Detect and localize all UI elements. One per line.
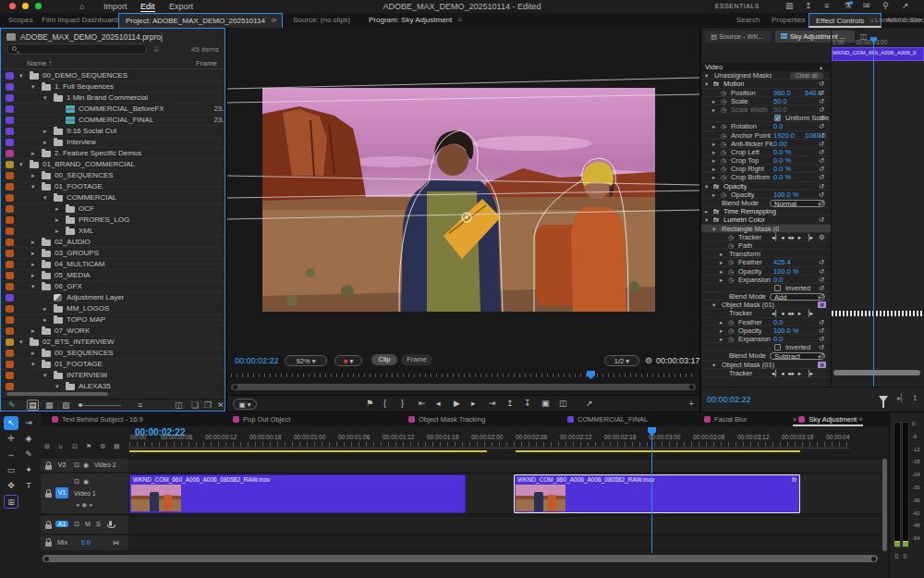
track-a1-header[interactable]: A1 ⊡ M S xyxy=(41,516,128,535)
twirl-icon[interactable]: ▸ xyxy=(712,173,715,181)
reset-icon[interactable]: ↺ xyxy=(819,97,824,105)
lock-icon[interactable] xyxy=(45,524,52,529)
tree-item[interactable]: ▸02_AUDIO xyxy=(1,237,225,248)
track-output-eye-icon[interactable]: ◉ xyxy=(83,478,89,486)
add-marker-icon[interactable]: ⚑ xyxy=(86,443,91,450)
twirl-icon[interactable]: ▸ xyxy=(712,105,715,114)
property-value[interactable]: 0.0 xyxy=(773,335,783,343)
clip-mode-button[interactable]: Clip xyxy=(371,354,397,365)
blend-mode-select[interactable]: Normal▾ xyxy=(770,200,825,207)
timeline-vscrollbar[interactable] xyxy=(882,459,887,551)
track-mix-header[interactable]: Mix 0.0 ⋈ xyxy=(41,535,128,551)
mini-tl-clip[interactable]: WKND_COM_660_A006_A006_0 xyxy=(832,47,924,61)
lock-icon[interactable] xyxy=(45,542,52,547)
label-color-chip[interactable] xyxy=(6,172,14,179)
twirl-icon[interactable]: ▸ xyxy=(712,122,715,130)
stopwatch-icon[interactable]: ◷ xyxy=(728,267,734,276)
reset-icon[interactable]: ↺ xyxy=(819,326,824,335)
label-color-chip[interactable] xyxy=(6,105,14,113)
tree-item[interactable]: ▸Interview xyxy=(1,137,225,148)
twirl-icon[interactable]: ▸ xyxy=(31,170,39,181)
sync-lock-icon[interactable]: ⊡ xyxy=(74,478,79,486)
tree-item[interactable]: ▾ALEXA35 xyxy=(1,381,225,390)
tree-item[interactable]: COMMERCIAL_BeforeFX23.9 xyxy=(1,104,225,115)
track-v1-header[interactable]: V1 ⊡ ◉ Video 1 ◂◆▸ xyxy=(41,473,128,514)
slip-tool[interactable]: ↔ xyxy=(4,448,18,461)
tab-source-no-clips-[interactable]: Source: (no clips) xyxy=(286,13,357,28)
label-color-chip[interactable] xyxy=(6,272,14,279)
checkbox[interactable] xyxy=(774,285,781,291)
tree-item[interactable]: ▾1 Min Brand Commercial xyxy=(1,92,225,104)
twirl-icon[interactable]: ▾ xyxy=(31,181,39,192)
effect-row-crop-bottom[interactable]: ▸◷Crop Bottom0.0 %↺ xyxy=(701,173,831,181)
reset-icon[interactable]: ↺ xyxy=(819,276,824,284)
tree-item[interactable]: Adjustment Layer xyxy=(1,292,225,303)
twirl-icon[interactable]: ▾ xyxy=(43,370,51,381)
effect-row-anchor-point[interactable]: ◷Anchor Point1920.01080.0↺ xyxy=(701,131,831,140)
tree-item[interactable]: ▸XML xyxy=(1,226,225,237)
twirl-icon[interactable]: ▾ xyxy=(705,215,708,224)
twirl-icon[interactable]: ▾ xyxy=(31,81,39,92)
stopwatch-icon[interactable]: ◷ xyxy=(721,131,726,140)
effects-playhead[interactable] xyxy=(873,37,874,387)
tab--[interactable]: » xyxy=(911,13,924,28)
reset-icon[interactable]: ↺ xyxy=(819,105,824,114)
track-v2-badge[interactable]: V2 xyxy=(55,461,68,468)
reset-icon[interactable]: ↺ xyxy=(819,80,824,88)
reset-icon[interactable]: ↺ xyxy=(819,114,824,122)
twirl-icon[interactable]: ▾ xyxy=(19,337,27,348)
twirl-icon[interactable]: ▾ xyxy=(31,359,39,370)
effect-row-rotation[interactable]: ▸◷Rotation0.0↺ xyxy=(701,122,831,130)
property-value[interactable]: 1920.0 xyxy=(773,131,795,140)
extract-icon[interactable]: ↧ xyxy=(524,399,531,408)
step-forward-icon[interactable]: ▸ xyxy=(471,399,476,408)
property-value[interactable]: 0.00 xyxy=(773,140,787,148)
sequence-tab-commercial-final[interactable]: COMMERCIAL_FINAL xyxy=(567,412,648,426)
effect-row-time-remapping[interactable]: ▸fxTime Remapping xyxy=(701,207,831,215)
property-value[interactable]: 100.0 % xyxy=(773,267,799,276)
list-view-icon[interactable]: ▤ xyxy=(27,400,39,411)
step-back-icon[interactable]: ◂ xyxy=(436,399,441,408)
label-color-chip[interactable] xyxy=(6,305,14,313)
timeline-settings-icon[interactable]: ⚙ xyxy=(100,443,105,450)
track-output-eye-icon[interactable]: ◉ xyxy=(83,461,89,469)
sync-lock-icon[interactable]: ⊡ xyxy=(74,461,79,469)
reset-icon[interactable]: ↺ xyxy=(819,267,824,276)
twirl-icon[interactable]: ▾ xyxy=(19,70,27,81)
reset-icon[interactable]: ↺ xyxy=(819,351,824,360)
tree-item[interactable]: COMMERCIAL_FINAL23.9 xyxy=(1,115,225,126)
sequence-tab-facial-blur[interactable]: Facial Blur xyxy=(704,412,747,426)
label-color-chip[interactable] xyxy=(6,261,14,268)
tree-item[interactable]: ▾00_DEMO_SEQUENCES xyxy=(1,70,225,81)
property-value[interactable]: 50.0 xyxy=(773,105,787,114)
stopwatch-icon[interactable]: ◷ xyxy=(721,165,726,173)
tab-search[interactable]: Search xyxy=(730,13,766,28)
reset-icon[interactable]: ↺ xyxy=(819,182,824,191)
delete-icon[interactable]: ✕ xyxy=(217,400,225,410)
reset-icon[interactable]: ↺ xyxy=(819,165,824,173)
sync-lock-icon[interactable]: ⊡ xyxy=(74,521,79,528)
effect-row-object-mask-01-[interactable]: ▾Object Mask (01)▦ xyxy=(701,301,831,309)
clear-all-button[interactable]: Clear all xyxy=(790,72,823,80)
label-color-chip[interactable] xyxy=(6,383,14,390)
timeline-ruler[interactable]: :00:0000:00:00:0600:00:00:1200:00:00:180… xyxy=(129,427,850,455)
effect-row-expansion[interactable]: ▸◷Expansion0.0↺ xyxy=(701,335,831,343)
tab-menu-icon[interactable]: ≡ xyxy=(857,415,862,424)
column-frame[interactable]: Frame xyxy=(196,59,217,68)
property-value[interactable]: 425.4 xyxy=(773,258,791,266)
effect-row-opacity[interactable]: ▾fxOpacity↺ xyxy=(701,182,831,191)
tree-item[interactable]: ▸MM_LOGOS xyxy=(1,303,225,314)
tree-item[interactable]: ▾02_BTS_INTERVIEW xyxy=(1,337,225,348)
twirl-icon[interactable]: ▾ xyxy=(43,92,51,104)
property-value[interactable]: 0.0 % xyxy=(773,148,791,156)
twirl-icon[interactable]: ▸ xyxy=(720,258,723,266)
search-input[interactable] xyxy=(6,43,147,55)
zoom-level-select[interactable]: 92% ▾ xyxy=(285,355,327,366)
twirl-icon[interactable]: ▾ xyxy=(712,361,715,369)
property-value[interactable]: 0.0 % xyxy=(773,165,791,173)
stopwatch-icon[interactable]: ◷ xyxy=(721,105,726,114)
ripple-edit-tool[interactable]: ✛ xyxy=(4,432,18,446)
twirl-icon[interactable]: ▸ xyxy=(720,276,723,284)
effects-export-icon[interactable]: ↥ xyxy=(912,394,918,402)
twirl-icon[interactable]: ▸ xyxy=(712,148,715,156)
